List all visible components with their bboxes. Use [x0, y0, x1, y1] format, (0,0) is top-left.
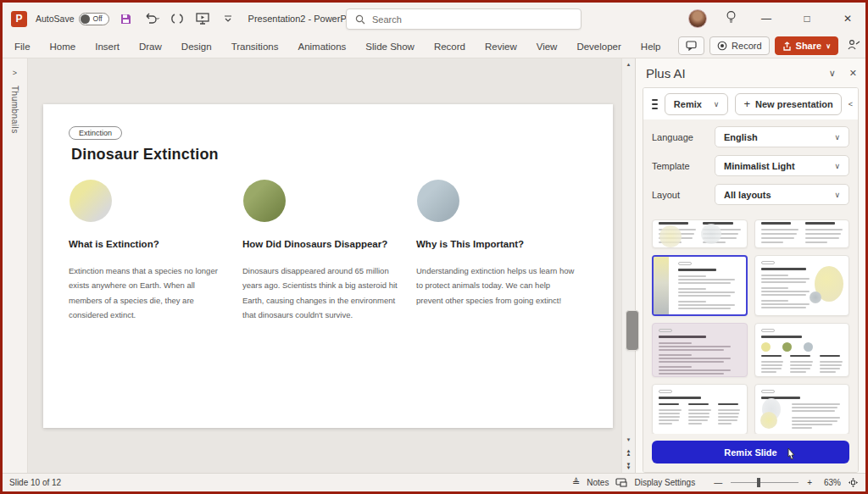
decorative-circle-icon — [417, 180, 459, 222]
field-label-template: Template — [652, 161, 715, 171]
ribbon-tab-slide-show[interactable]: Slide Show — [365, 42, 415, 52]
mode-selector[interactable]: Remix ∨ — [665, 93, 729, 115]
column-body-text[interactable]: Understanding extinction helps us learn … — [416, 264, 576, 308]
plus-ai-card: Remix ∨ + New presentation < LanguageEng… — [643, 87, 859, 473]
ribbon-tab-view[interactable]: View — [537, 42, 558, 52]
ribbon-tab-home[interactable]: Home — [50, 42, 76, 52]
scrollbar-thumb[interactable] — [626, 310, 639, 351]
scroll-up-icon[interactable]: ▲ — [626, 58, 632, 70]
column-body-text[interactable]: Dinosaurs disappeared around 65 million … — [242, 264, 402, 322]
layout-thumbnail-bullets-gradient-left[interactable] — [652, 255, 748, 316]
zoom-in-button[interactable]: + — [807, 478, 812, 487]
layout-thumbnail-quote-right[interactable] — [754, 384, 850, 434]
scroll-down-icon[interactable]: ▼ — [626, 434, 632, 446]
layout-dropdown[interactable]: All layouts∨ — [715, 184, 849, 205]
new-presentation-button[interactable]: + New presentation — [735, 93, 841, 115]
scrollbar-track[interactable] — [622, 70, 635, 434]
autosave-switch-icon[interactable]: Off — [79, 13, 109, 25]
thumbnails-rail-label: Thumbnails — [10, 86, 19, 134]
ribbon-tab-bar: FileHomeInsertDrawDesignTransitionsAnima… — [3, 35, 865, 58]
remix-slide-button[interactable]: Remix Slide — [652, 441, 849, 463]
expand-thumbnails-icon[interactable]: > — [13, 69, 17, 77]
display-settings-button[interactable]: Display Settings — [634, 478, 695, 487]
notes-button[interactable]: Notes — [587, 478, 609, 487]
ribbon-tab-design[interactable]: Design — [181, 42, 212, 52]
column-heading[interactable]: Why is This Important? — [416, 239, 576, 249]
thumbnails-pane-collapsed[interactable]: > Thumbnails — [3, 58, 28, 473]
undo-icon[interactable] — [143, 10, 160, 27]
autosave-label: AutoSave — [36, 14, 75, 24]
previous-slide-button[interactable]: ▲▲ — [626, 446, 632, 459]
ribbon-tab-insert[interactable]: Insert — [95, 42, 120, 52]
layout-thumbnail-paragraphs-yellow-blob[interactable] — [754, 255, 850, 316]
user-avatar[interactable] — [688, 9, 707, 28]
panel-fields: LanguageEnglish∨TemplateMinimalist Light… — [643, 119, 858, 216]
layout-thumbnail-bullets-pink[interactable] — [652, 323, 748, 377]
search-placeholder: Search — [372, 14, 402, 25]
share-dropdown-icon: ∨ — [826, 42, 831, 50]
search-input[interactable]: Search — [346, 8, 581, 30]
template-dropdown[interactable]: Minimalist Light∨ — [715, 155, 849, 176]
search-icon — [355, 14, 365, 25]
slide-canvas[interactable]: Extinction Dinosaur Extinction What is E… — [43, 104, 613, 428]
slide-column[interactable]: Why is This Important?Understanding exti… — [416, 176, 576, 322]
ribbon-tab-record[interactable]: Record — [434, 42, 465, 52]
ribbon-tab-review[interactable]: Review — [485, 42, 517, 52]
ribbon-tabs: FileHomeInsertDrawDesignTransitionsAnima… — [14, 42, 681, 52]
autosave-state: Off — [93, 14, 103, 23]
ribbon-tab-draw[interactable]: Draw — [139, 42, 162, 52]
ribbon-tab-help[interactable]: Help — [641, 42, 661, 52]
decorative-circle-icon — [70, 180, 112, 222]
zoom-out-button[interactable]: — — [714, 478, 722, 487]
redo-repeat-icon[interactable] — [169, 10, 186, 27]
layout-thumbnail-two-col-plain[interactable] — [754, 219, 850, 248]
close-button[interactable]: ✕ — [837, 13, 859, 25]
record-button[interactable]: Record — [709, 36, 769, 55]
slide-workspace[interactable]: Extinction Dinosaur Extinction What is E… — [28, 58, 621, 473]
slide-column[interactable]: What is Extinction?Extinction means that… — [69, 176, 228, 322]
column-body-text[interactable]: Extinction means that a species no longe… — [69, 264, 228, 322]
title-bar: P AutoSave Off — [3, 3, 865, 35]
ribbon-tab-animations[interactable]: Animations — [298, 42, 346, 52]
panel-collapse-icon[interactable]: ∨ — [829, 68, 836, 79]
mode-value: Remix — [674, 99, 702, 109]
mode-dropdown-icon: ∨ — [714, 100, 720, 108]
powerpoint-logo-icon[interactable]: P — [11, 11, 27, 27]
save-icon[interactable] — [118, 10, 135, 27]
customize-qat-icon[interactable] — [220, 10, 236, 27]
dropdown-value: Minimalist Light — [724, 161, 795, 171]
share-button[interactable]: Share ∨ — [775, 36, 838, 55]
layout-thumbnail-three-columns[interactable] — [652, 384, 748, 434]
ribbon-tab-file[interactable]: File — [14, 42, 31, 52]
menu-icon[interactable] — [652, 99, 658, 109]
start-slideshow-icon[interactable] — [194, 10, 211, 27]
zoom-slider[interactable] — [731, 482, 798, 483]
document-title: Presentation2 - PowerP... — [248, 14, 353, 24]
fit-slide-icon[interactable] — [848, 477, 859, 488]
record-icon — [717, 41, 727, 51]
layout-thumbnail-two-col-faint-circles[interactable] — [652, 219, 748, 248]
field-label-layout: Layout — [652, 190, 715, 200]
autosave-toggle[interactable]: AutoSave Off — [36, 13, 109, 25]
vertical-scrollbar[interactable]: ▲ ▼ ▲▲ ▼▼ — [621, 58, 635, 473]
lightbulb-icon[interactable] — [726, 10, 737, 27]
ribbon-tab-transitions[interactable]: Transitions — [231, 42, 279, 52]
maximize-button[interactable]: □ — [796, 13, 818, 25]
slide-column[interactable]: How Did Dinosaurs Disappear?Dinosaurs di… — [242, 176, 402, 322]
next-slide-button[interactable]: ▼▼ — [626, 459, 632, 473]
language-dropdown[interactable]: English∨ — [715, 126, 849, 147]
zoom-slider-thumb[interactable] — [757, 478, 760, 487]
toggle-knob-icon — [81, 14, 90, 24]
column-heading[interactable]: What is Extinction? — [69, 239, 228, 249]
collapse-toolbar-icon[interactable]: < — [849, 100, 853, 108]
ribbon-tab-developer[interactable]: Developer — [576, 42, 620, 52]
coauthor-people-icon[interactable] — [847, 38, 860, 53]
panel-close-icon[interactable]: ✕ — [849, 68, 857, 79]
minimize-button[interactable]: — — [755, 13, 777, 25]
layout-thumbnail-three-circles-columns[interactable] — [754, 323, 850, 377]
slide-title[interactable]: Dinosaur Extinction — [71, 146, 219, 164]
column-heading[interactable]: How Did Dinosaurs Disappear? — [242, 239, 402, 249]
slide-tag-badge[interactable]: Extinction — [69, 126, 122, 140]
slide-indicator: Slide 10 of 12 — [9, 478, 572, 487]
comments-button[interactable] — [678, 36, 704, 55]
